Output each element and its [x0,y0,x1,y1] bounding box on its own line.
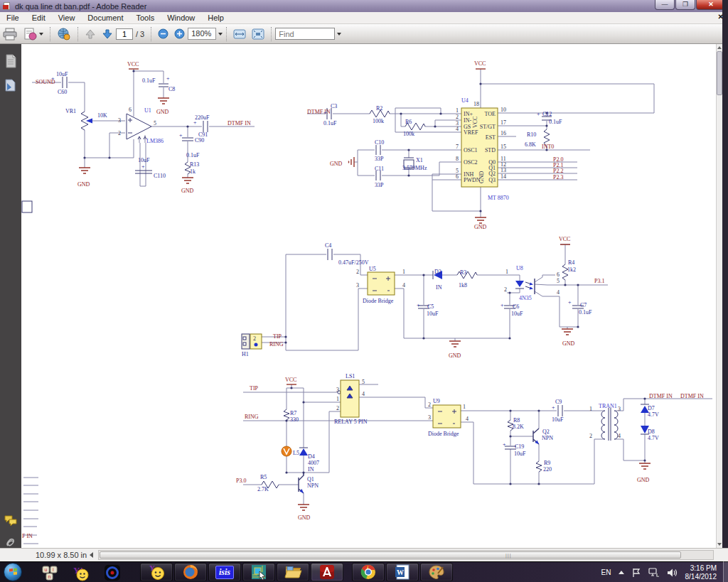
volume-icon[interactable] [667,568,678,578]
desktop: dk qua line dt ban.pdf - Adobe Reader — … [0,0,728,582]
folder-icon [284,564,302,581]
schematic-label: DTMF IN [228,120,251,126]
restore-button[interactable]: ❐ [675,0,695,10]
taskbar-button-word[interactable]: W [386,563,419,581]
print-button[interactable] [1,26,19,42]
close-button[interactable]: ✕ [696,0,726,10]
language-indicator[interactable]: EN [601,568,611,576]
taskbar-button-adobe-reader[interactable] [311,563,343,581]
schematic-label: D7 [648,405,655,411]
menu-window[interactable]: Window [161,13,201,23]
schematic-label: + [552,404,555,411]
fit-width-button[interactable] [231,26,248,42]
schematic-label: D8 [648,429,655,435]
yahoo-messenger-icon[interactable]: Y! [73,564,90,581]
start-button[interactable] [4,563,22,581]
schematic-label: 4 [618,433,621,439]
schematic-label: C9 [555,399,562,405]
fit-page-icon [252,28,264,40]
menu-file[interactable]: File [0,13,26,23]
pages-panel-icon[interactable] [4,54,18,68]
schematic-label: IN [436,284,442,291]
zoom-level-field[interactable]: 180% [188,28,216,40]
taskbar-button-firefox[interactable] [174,563,207,581]
network-icon[interactable] [648,568,660,578]
schematic-label: 1 [463,404,466,410]
schematic-label: H1 [242,351,249,357]
schematic-label: 100k [373,118,384,124]
save-copy-button[interactable] [21,26,46,42]
comments-panel-icon[interactable] [4,513,18,527]
unikey-icon[interactable]: u i n [41,564,58,581]
schematic-label: TIP [250,385,259,392]
schematic-label: Q2 [542,429,550,435]
schematic-label: 3 [118,117,121,124]
schematic-label: 1k [190,168,196,175]
menu-view[interactable]: View [52,13,82,23]
schematic-label: STD [485,147,496,153]
taskbar-button-ares[interactable] [242,563,275,581]
page-number-input[interactable] [116,28,133,40]
schematic-label: Diode Bridge [428,431,459,437]
next-page-button[interactable] [100,26,115,42]
taskbar-button-explorer[interactable] [277,563,309,581]
schematic-label: NPN [542,435,553,441]
find-input[interactable] [275,28,335,40]
find-dropdown-caret[interactable] [337,33,341,36]
schematic-label: 4.7V [648,435,659,441]
schematic-label: D4 [308,453,315,460]
show-desktop-button[interactable] [723,561,728,582]
schematic-label: U5 [369,266,376,272]
vertical-scrollbar[interactable] [716,44,722,548]
action-center-flag-icon[interactable] [631,568,641,578]
schematic-label: C8 [168,86,175,92]
zoom-dropdown-caret[interactable] [218,33,223,36]
clock[interactable]: 3:16 PM 8/14/2012 [685,564,717,581]
collaborate-button[interactable] [55,26,73,42]
horizontal-scrollbar[interactable]: ||| [98,550,714,560]
schematic-label: VR1 [65,108,76,114]
menu-edit[interactable]: Edit [26,13,52,23]
previous-page-button[interactable] [82,26,98,42]
schematic-label: 13 [500,167,506,173]
schematic-label: C4 [325,242,331,249]
tray-expand-arrow[interactable] [619,571,624,574]
scroll-left-arrow[interactable] [90,552,93,558]
zoom-out-button[interactable] [156,26,171,42]
schematic-label: 100k [403,131,414,137]
schematic-label: P3.1 [594,278,604,284]
menu-tools[interactable]: Tools [130,13,161,23]
media-app-icon[interactable] [104,564,121,581]
fit-page-button[interactable] [250,26,267,42]
taskbar-button-isis[interactable]: isis [208,563,241,581]
taskbar-button-chrome[interactable] [352,563,385,581]
schematic-label: 10 [500,107,506,113]
schematic-label: 33P [375,182,384,188]
horizontal-scroll-thumb[interactable]: ||| [100,551,681,559]
statusbar: 10.99 x 8.50 in ||| [0,548,728,561]
schematic-label: TRAN1 [599,403,617,409]
schematic-label: 4 [466,416,469,422]
schematic-label: 1 [505,269,508,275]
titlebar[interactable]: dk qua line dt ban.pdf - Adobe Reader — … [0,0,728,12]
vertical-scroll-thumb[interactable] [717,51,722,95]
menu-document[interactable]: Document [81,13,129,23]
scroll-down-arrow[interactable] [717,543,722,546]
printer-icon [3,28,17,41]
taskbar-button-paint[interactable] [420,563,453,581]
schematic-label: 4 [456,126,459,132]
pdf-app-icon [3,2,11,11]
schematic-label: 3 [336,387,339,393]
menu-help[interactable]: Help [201,13,230,23]
zoom-in-button[interactable] [172,26,187,42]
schematic-label: RELAY 5 PIN [334,419,368,425]
scroll-up-arrow[interactable] [717,46,722,49]
schematic-label: C3 [331,103,337,109]
schematic-label: DTMF IN [649,393,673,399]
tray-time: 3:16 PM [690,564,717,572]
minimize-button[interactable]: — [655,0,675,10]
schematic-label: 2 [589,433,592,439]
taskbar-button-yahoo[interactable]: Y [140,563,173,581]
bookmarks-panel-icon[interactable] [4,78,18,92]
svg-text:n: n [48,574,51,579]
